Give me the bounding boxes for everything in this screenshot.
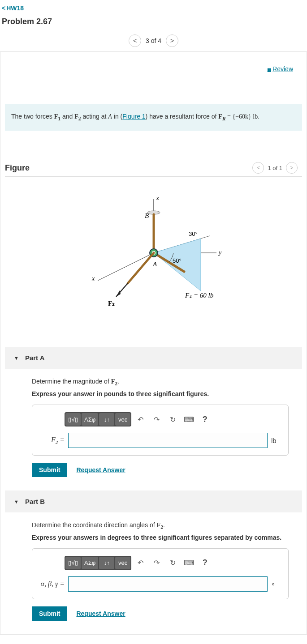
part-a-body: Determine the magnitude of F2. Express y… [5,369,302,490]
caret-down-icon: ▼ [14,499,19,504]
part-a-submit-button[interactable]: Submit [32,463,67,477]
help-button[interactable]: ? [198,557,212,569]
part-b-var-label: α, β, γ = [39,580,65,588]
templates-button[interactable]: ▯√▯ [65,413,81,426]
svg-text:30°: 30° [189,230,198,237]
figure-prev-button[interactable]: < [252,162,264,174]
templates-button[interactable]: ▯√▯ [65,557,81,569]
reset-button[interactable]: ↻ [165,413,180,426]
problem-pager: < 3 of 4 > [0,32,307,51]
undo-button[interactable]: ↶ [133,413,147,426]
part-a-instruction: Express your answer in pounds to three s… [32,390,289,397]
part-b-header[interactable]: ▼ Part B [5,490,302,512]
part-b-answer-input[interactable] [68,576,268,592]
review-label: Review [272,65,293,73]
part-b-question: Determine the coordinate direction angle… [32,521,289,530]
back-label: HW18 [6,4,24,12]
figure-pager: < 1 of 1 > [252,162,298,174]
figure-title: Figure [5,163,30,173]
problem-statement: The two forces F1 and F2 acting at A in … [5,104,302,131]
svg-text:B: B [145,212,149,219]
part-b-answer-box: ▯√▯ ΑΣφ ↓↑ vec ↶ ↷ ↻ ⌨ ? α, β, γ = ∘ [32,548,289,599]
pager-prev-button[interactable]: < [129,34,141,47]
part-b-unit: ∘ [271,580,282,588]
svg-marker-20 [116,290,121,297]
part-b-request-answer-link[interactable]: Request Answer [76,610,125,617]
part-b-title: Part B [25,498,45,505]
svg-text:A: A [152,260,157,268]
keyboard-button[interactable]: ⌨ [182,413,196,426]
problem-title: Problem 2.67 [0,13,307,32]
back-link[interactable]: <HW18 [0,0,307,13]
equation-toolbar: ▯√▯ ΑΣφ ↓↑ vec ↶ ↷ ↻ ⌨ ? [65,556,282,570]
undo-button[interactable]: ↶ [133,557,147,569]
review-link[interactable]: Review [267,65,293,73]
svg-text:F₂: F₂ [108,300,115,307]
figure-diagram: z B y x 30° 50° F₁ = 60 lb [73,186,234,329]
part-b-body: Determine the coordinate direction angle… [5,512,302,634]
svg-line-6 [98,253,154,281]
help-button[interactable]: ? [198,413,212,426]
redo-button[interactable]: ↷ [149,413,164,426]
svg-line-18 [128,253,154,283]
figure-next-button[interactable]: > [286,162,298,174]
part-b-submit-button[interactable]: Submit [32,606,67,621]
vec-button[interactable]: vec [115,557,130,569]
svg-text:x: x [91,275,95,282]
figure-link[interactable]: Figure 1 [122,113,145,120]
part-a-var-label: F2 = [39,436,65,445]
book-icon [267,65,271,73]
part-a-request-answer-link[interactable]: Request Answer [76,466,125,473]
vec-button[interactable]: vec [115,413,130,426]
svg-text:50°: 50° [173,257,182,264]
greek-button[interactable]: ΑΣφ [82,413,98,426]
part-a-answer-input[interactable] [68,433,268,448]
part-b-instruction: Express your answers in degrees to three… [32,534,289,541]
svg-text:F₁ = 60 lb: F₁ = 60 lb [185,292,214,299]
keyboard-button[interactable]: ⌨ [182,557,196,569]
figure-pager-text: 1 of 1 [268,165,282,171]
equation-toolbar: ▯√▯ ΑΣφ ↓↑ vec ↶ ↷ ↻ ⌨ ? [65,412,282,426]
pager-next-button[interactable]: > [166,34,178,47]
subsup-button[interactable]: ↓↑ [99,413,114,426]
svg-marker-10 [154,239,201,291]
content-frame: Review The two forces F1 and F2 acting a… [0,51,307,635]
pager-text: 3 of 4 [146,37,161,44]
figure-area: z B y x 30° 50° F₁ = 60 lb [0,177,307,347]
chevron-left-icon: < [2,4,5,12]
part-a-title: Part A [25,354,45,362]
subsup-button[interactable]: ↓↑ [99,557,114,569]
part-a-unit: lb [271,437,282,444]
reset-button[interactable]: ↻ [165,557,180,569]
greek-button[interactable]: ΑΣφ [82,557,98,569]
part-a-question: Determine the magnitude of F2. [32,378,289,387]
redo-button[interactable]: ↷ [149,557,164,569]
caret-down-icon: ▼ [14,355,19,361]
svg-text:z: z [156,195,159,201]
svg-text:y: y [218,249,222,256]
part-a-answer-box: ▯√▯ ΑΣφ ↓↑ vec ↶ ↷ ↻ ⌨ ? F2 = lb [32,405,289,456]
part-a-header[interactable]: ▼ Part A [5,347,302,369]
